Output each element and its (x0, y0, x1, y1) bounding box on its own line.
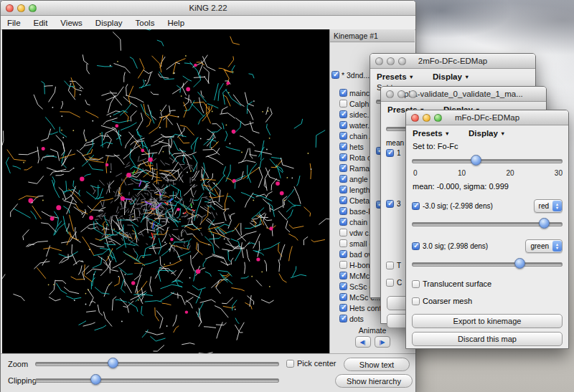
coarser-label: C (397, 279, 402, 287)
king-titlebar[interactable]: KiNG 2.22 (1, 1, 415, 16)
discard-button[interactable]: Discard this map (412, 332, 563, 346)
show-hierarchy-button[interactable]: Show hierarchy (335, 374, 413, 388)
sidebar-item-checkbox[interactable] (339, 239, 347, 247)
tick-label: 20 (506, 169, 514, 177)
translucent-label: Translucent surface (423, 279, 491, 288)
close-button[interactable] (411, 114, 419, 122)
menu-display[interactable]: Display (89, 19, 129, 27)
sidebar-item-checkbox[interactable] (331, 71, 339, 79)
sigma-slider-thumb[interactable] (471, 155, 481, 166)
sidebar-item-checkbox[interactable] (339, 315, 347, 322)
edmap-window: mFo-DFc-EDMap Presets▼ Display▼ Set to: … (405, 110, 569, 349)
pos-level-slider-track[interactable] (412, 262, 563, 267)
translucent-checkbox[interactable] (386, 262, 394, 269)
kinemage-tab[interactable]: Kinemage #1 (330, 29, 415, 42)
pos-color-dropdown[interactable]: green ▲▼ (525, 239, 563, 253)
zoom-button[interactable] (398, 57, 406, 65)
sidebar-item-checkbox[interactable] (339, 164, 347, 172)
sidebar-item-checkbox[interactable] (339, 218, 347, 226)
neg-contour-checkbox[interactable] (412, 202, 420, 210)
display-menu[interactable]: Display▼ (469, 129, 505, 138)
chevron-down-icon: ▼ (500, 130, 505, 137)
zoom-slider[interactable] (35, 358, 279, 369)
sidebar-item-checkbox[interactable] (339, 261, 347, 269)
close-button[interactable] (386, 90, 394, 98)
sigma-slider-track[interactable] (412, 159, 563, 163)
menu-views[interactable]: Views (54, 19, 88, 27)
screen: KiNG 2.22 FileEditViewsDisplayToolsHelp … (0, 0, 574, 392)
translucent-checkbox[interactable] (412, 280, 420, 288)
minimize-button[interactable] (397, 90, 405, 98)
menu-tools[interactable]: Tools (129, 19, 161, 27)
pick-center-row: Pick center (286, 359, 336, 368)
translucent-row: Translucent surface (412, 279, 563, 288)
presets-menu[interactable]: Presets▼ (413, 129, 450, 138)
export-button[interactable]: Export to kinemage (412, 314, 563, 328)
minimize-button[interactable] (17, 4, 25, 12)
sidebar-item-checkbox[interactable] (339, 272, 347, 279)
pka-titlebar[interactable]: pka-validate_0_validate_1_ma... (381, 87, 546, 102)
minimize-button[interactable] (423, 114, 430, 122)
sidebar-item-checkbox[interactable] (339, 250, 347, 258)
neg-level-slider[interactable] (412, 218, 563, 229)
sidebar-item-checkbox[interactable] (339, 132, 347, 140)
sidebar-item-checkbox[interactable] (339, 175, 347, 183)
sidebar-item-checkbox[interactable] (339, 207, 347, 215)
sigma-slider[interactable] (412, 155, 563, 166)
sidebar-item-checkbox[interactable] (339, 143, 347, 150)
sidebar-item-checkbox[interactable] (339, 186, 347, 193)
pos-contour-checkbox[interactable] (412, 242, 420, 250)
sidebar-item-checkbox[interactable] (339, 100, 347, 107)
animate-next-button[interactable]: |▶ (375, 336, 390, 348)
set-to-label: Set to: Fo-Fc (413, 142, 458, 150)
menu-help[interactable]: Help (161, 19, 191, 27)
coarser-checkbox[interactable] (386, 279, 394, 287)
molecule-canvas[interactable] (2, 29, 329, 353)
tick-label: 30 (555, 169, 563, 177)
sidebar-item-checkbox[interactable] (339, 304, 347, 312)
neg-contour-label: -3.0 sig; (-2.998 dens) (423, 202, 493, 210)
contour-checkbox[interactable] (386, 200, 394, 208)
sidebar-item-checkbox[interactable] (339, 196, 347, 204)
neg-level-slider-thumb[interactable] (539, 218, 550, 229)
sidebar-item-checkbox[interactable] (339, 121, 347, 129)
sidebar-item-checkbox[interactable] (339, 110, 347, 118)
animate-prev-icon: ◀| (359, 339, 365, 345)
edmap2-titlebar[interactable]: 2mFo-DFc-EDMap (370, 54, 535, 69)
zoom-button[interactable] (29, 4, 37, 12)
contour-checkbox[interactable] (386, 149, 394, 157)
menu-file[interactable]: File (1, 19, 27, 27)
animate-block: Animate ◀| |▶ (330, 326, 415, 348)
animate-prev-button[interactable]: ◀| (355, 336, 371, 348)
sidebar-item-checkbox[interactable] (339, 89, 347, 97)
close-button[interactable] (6, 4, 14, 12)
sidebar-item-checkbox[interactable] (339, 229, 347, 236)
pick-center-checkbox[interactable] (286, 360, 294, 368)
pos-level-slider[interactable] (412, 258, 563, 269)
sidebar-item-checkbox[interactable] (339, 293, 347, 301)
show-text-button[interactable]: Show text (344, 358, 410, 371)
zoom-button[interactable] (409, 90, 417, 98)
zoom-slider-thumb[interactable] (108, 358, 118, 368)
menu-bar: FileEditViewsDisplayToolsHelp (1, 16, 415, 30)
pos-level-slider-thumb[interactable] (514, 258, 525, 269)
clipping-slider[interactable] (35, 374, 279, 386)
close-button[interactable] (375, 57, 383, 65)
edmap-titlebar[interactable]: mFo-DFc-EDMap (406, 110, 568, 125)
sidebar-item-checkbox[interactable] (339, 282, 347, 290)
menu-edit[interactable]: Edit (27, 19, 55, 27)
clipping-slider-track[interactable] (35, 378, 279, 383)
zoom-slider-track[interactable] (35, 362, 279, 366)
mean-label: mean (386, 139, 404, 147)
display-menu[interactable]: Display▼ (433, 72, 469, 81)
clipping-slider-thumb[interactable] (90, 374, 101, 385)
presets-menu[interactable]: Presets▼ (377, 72, 414, 81)
minimize-button[interactable] (387, 57, 395, 65)
coarser-checkbox[interactable] (412, 297, 420, 305)
neg-color-dropdown[interactable]: red ▲▼ (534, 199, 563, 213)
pos-contour-row: 3.0 sig; (2.998 dens) green ▲▼ (412, 239, 563, 253)
sidebar-item-checkbox[interactable] (339, 153, 347, 161)
zoom-button[interactable] (434, 114, 442, 122)
popup-arrows-icon: ▲▼ (552, 241, 562, 252)
sidebar-item-label: * 3dnd... (342, 71, 370, 80)
